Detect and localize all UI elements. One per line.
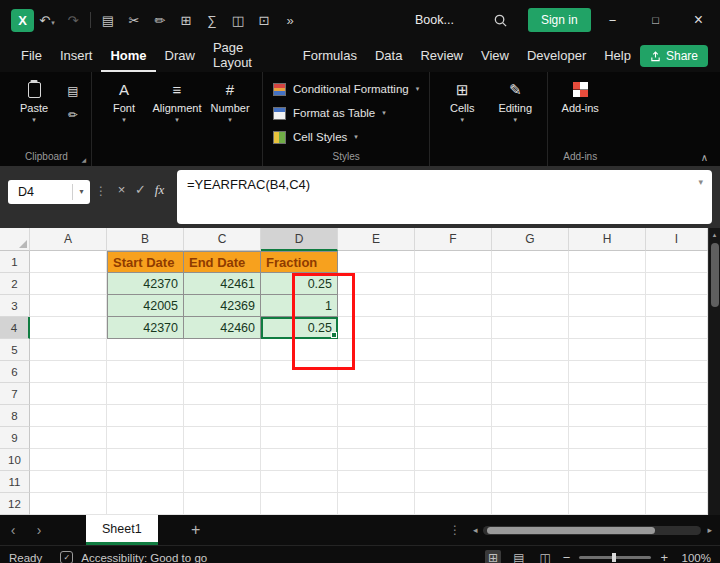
cell-E11[interactable] xyxy=(338,471,415,493)
cell-G3[interactable] xyxy=(492,295,569,317)
menu-tab-review[interactable]: Review xyxy=(411,40,472,72)
cell-E1[interactable] xyxy=(338,251,415,273)
column-header-C[interactable]: C xyxy=(184,228,261,251)
document-title[interactable]: Book... xyxy=(415,13,454,27)
minimize-button[interactable]: − xyxy=(591,0,634,40)
cell-I6[interactable] xyxy=(646,361,708,383)
sign-in-button[interactable]: Sign in xyxy=(528,8,591,32)
cell-E10[interactable] xyxy=(338,449,415,471)
cell-C10[interactable] xyxy=(184,449,261,471)
cell-F7[interactable] xyxy=(415,383,492,405)
zoom-out-button[interactable]: − xyxy=(563,550,571,563)
cell-F1[interactable] xyxy=(415,251,492,273)
cell-H3[interactable] xyxy=(569,295,646,317)
scroll-up-icon[interactable]: ▴ xyxy=(709,228,720,241)
cell-A5[interactable] xyxy=(30,339,107,361)
column-header-H[interactable]: H xyxy=(569,228,646,251)
zoom-in-button[interactable]: + xyxy=(660,550,668,563)
cell-B2[interactable]: 42370 xyxy=(107,273,184,295)
cell-B1[interactable]: Start Date xyxy=(107,251,184,273)
cell-B4[interactable]: 42370 xyxy=(107,317,184,339)
cell-I2[interactable] xyxy=(646,273,708,295)
menu-tab-file[interactable]: File xyxy=(12,40,51,72)
cell-D4[interactable]: 0.25 xyxy=(261,317,338,339)
close-button[interactable]: × xyxy=(677,0,720,40)
cell-D7[interactable] xyxy=(261,383,338,405)
cell-A1[interactable] xyxy=(30,251,107,273)
cell-F6[interactable] xyxy=(415,361,492,383)
font-dropdown-icon[interactable]: ▾ xyxy=(122,116,126,124)
cell-D9[interactable] xyxy=(261,427,338,449)
cell-G9[interactable] xyxy=(492,427,569,449)
zoom-slider-thumb[interactable] xyxy=(612,553,616,562)
row-header-12[interactable]: 12 xyxy=(0,493,30,515)
format-painter-button[interactable]: ✏ xyxy=(62,105,84,125)
cell-C12[interactable] xyxy=(184,493,261,515)
cell-I10[interactable] xyxy=(646,449,708,471)
cells-button[interactable]: ⊞ Cells ▾ xyxy=(437,77,487,124)
cell-B9[interactable] xyxy=(107,427,184,449)
cell-I5[interactable] xyxy=(646,339,708,361)
normal-view-button[interactable]: ⊞ xyxy=(485,550,501,563)
cell-F12[interactable] xyxy=(415,493,492,515)
conditional-formatting-dropdown-icon[interactable]: ▾ xyxy=(416,85,420,93)
paste-dropdown-icon[interactable]: ▾ xyxy=(32,116,36,124)
tab-scroll-divider[interactable]: ⋮ xyxy=(449,523,461,537)
menu-tab-help[interactable]: Help xyxy=(595,40,640,72)
cell-C3[interactable]: 42369 xyxy=(184,295,261,317)
cell-D1[interactable]: Fraction xyxy=(261,251,338,273)
name-box-dropdown-icon[interactable]: ▾ xyxy=(72,184,90,200)
cell-H2[interactable] xyxy=(569,273,646,295)
search-icon[interactable] xyxy=(488,13,514,28)
row-header-8[interactable]: 8 xyxy=(0,405,30,427)
cell-B5[interactable] xyxy=(107,339,184,361)
row-header-7[interactable]: 7 xyxy=(0,383,30,405)
expand-formula-bar-icon[interactable]: ▾ xyxy=(698,177,703,187)
editing-dropdown-icon[interactable]: ▾ xyxy=(513,116,517,124)
cell-A7[interactable] xyxy=(30,383,107,405)
cell-A9[interactable] xyxy=(30,427,107,449)
cell-I7[interactable] xyxy=(646,383,708,405)
cell-D8[interactable] xyxy=(261,405,338,427)
cell-A10[interactable] xyxy=(30,449,107,471)
cell-F8[interactable] xyxy=(415,405,492,427)
row-header-2[interactable]: 2 xyxy=(0,273,30,295)
menu-tab-developer[interactable]: Developer xyxy=(518,40,595,72)
cell-F3[interactable] xyxy=(415,295,492,317)
sheet-nav-right-icon[interactable]: › xyxy=(26,522,52,538)
cell-C1[interactable]: End Date xyxy=(184,251,261,273)
add-sheet-button[interactable]: + xyxy=(186,521,206,539)
cell-G7[interactable] xyxy=(492,383,569,405)
maximize-button[interactable]: □ xyxy=(634,0,677,40)
editing-button[interactable]: ✎ Editing ▾ xyxy=(490,77,540,124)
vertical-scrollbar[interactable]: ▴ xyxy=(708,228,720,515)
cell-C9[interactable] xyxy=(184,427,261,449)
cancel-button[interactable]: × xyxy=(112,182,131,197)
cell-F4[interactable] xyxy=(415,317,492,339)
row-header-5[interactable]: 5 xyxy=(0,339,30,361)
format-painter-button[interactable]: ✏ xyxy=(147,13,173,28)
enter-button[interactable]: ✓ xyxy=(131,182,150,197)
cell-G8[interactable] xyxy=(492,405,569,427)
cell-D5[interactable] xyxy=(261,339,338,361)
cell-B11[interactable] xyxy=(107,471,184,493)
format-as-table-dropdown-icon[interactable]: ▾ xyxy=(382,109,386,117)
column-header-B[interactable]: B xyxy=(107,228,184,251)
cell-C11[interactable] xyxy=(184,471,261,493)
cell-B8[interactable] xyxy=(107,405,184,427)
row-header-6[interactable]: 6 xyxy=(0,361,30,383)
cell-I3[interactable] xyxy=(646,295,708,317)
cell-G12[interactable] xyxy=(492,493,569,515)
redo-button[interactable]: ↷ xyxy=(60,13,86,28)
accessibility-status[interactable]: Accessibility: Good to go xyxy=(81,552,207,563)
cell-A3[interactable] xyxy=(30,295,107,317)
cell-G11[interactable] xyxy=(492,471,569,493)
select-all-button[interactable] xyxy=(0,228,30,251)
cell-H1[interactable] xyxy=(569,251,646,273)
cell-E3[interactable] xyxy=(338,295,415,317)
cell-F9[interactable] xyxy=(415,427,492,449)
cell-B10[interactable] xyxy=(107,449,184,471)
cell-A4[interactable] xyxy=(30,317,107,339)
cell-H4[interactable] xyxy=(569,317,646,339)
column-header-F[interactable]: F xyxy=(415,228,492,251)
